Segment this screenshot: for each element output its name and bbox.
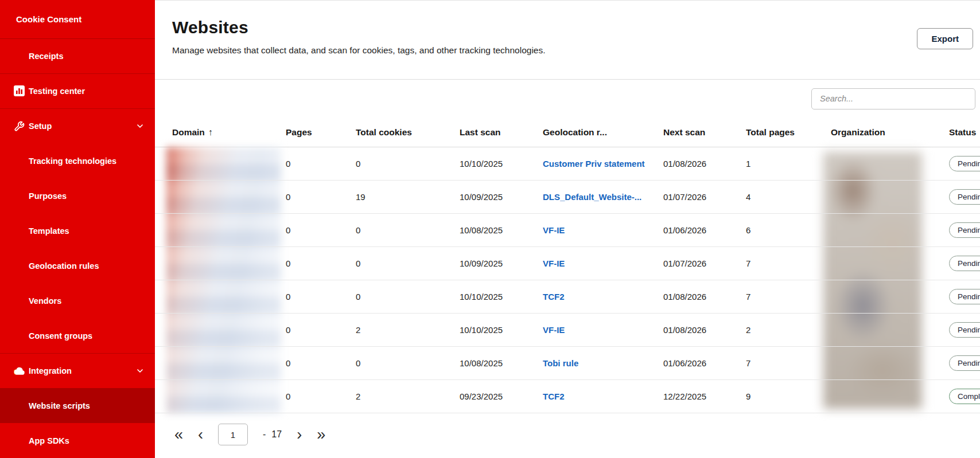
table-row[interactable]: 0 19 10/09/2025 DLS_Default_Website-... … — [155, 181, 980, 214]
last-scan-cell: 10/10/2025 — [460, 325, 543, 335]
total-cookies-cell: 0 — [356, 292, 460, 302]
column-header-geolocation-rule[interactable]: Geolocation r... — [543, 127, 663, 138]
pages-cell: 0 — [286, 392, 356, 401]
next-scan-cell: 01/07/2026 — [663, 192, 746, 202]
sidebar-item-app-sdks[interactable]: App SDKs — [0, 423, 155, 458]
sidebar-item-setup[interactable]: Setup — [0, 109, 155, 144]
column-header-total-pages[interactable]: Total pages — [746, 127, 831, 138]
last-scan-cell: 10/10/2025 — [460, 159, 543, 169]
geolocation-rule-link[interactable]: DLS_Default_Website-... — [543, 192, 663, 202]
geolocation-rule-link[interactable]: Tobi rule — [543, 358, 663, 368]
sidebar: Cookie Consent Receipts Testing center S… — [0, 0, 155, 458]
sidebar-item-label: Geolocation rules — [29, 261, 99, 271]
column-header-organization[interactable]: Organization — [831, 127, 949, 138]
total-cookies-cell: 2 — [356, 392, 460, 401]
pages-cell: 0 — [286, 325, 356, 335]
total-cookies-cell: 19 — [356, 192, 460, 202]
next-scan-cell: 12/22/2025 — [663, 392, 746, 401]
previous-page-icon[interactable]: ‹ — [198, 427, 203, 443]
status-badge: Pending — [949, 289, 980, 304]
status-badge: Pending — [949, 222, 980, 238]
pages-cell: 0 — [286, 225, 356, 235]
sidebar-item-vendors[interactable]: Vendors — [0, 283, 155, 318]
page-subtitle: Manage websites that collect data, and s… — [172, 45, 980, 56]
geolocation-rule-link[interactable]: TCF2 — [543, 392, 663, 401]
sidebar-item-label: Purposes — [29, 191, 67, 201]
table-row[interactable]: 0 0 10/08/2025 VF-IE 01/06/2026 6 Pendin… — [155, 214, 980, 247]
total-cookies-cell: 2 — [356, 325, 460, 335]
sidebar-item-label: Testing center — [29, 87, 85, 96]
table-body: 0 0 10/10/2025 Customer Priv statement 0… — [155, 147, 980, 413]
sidebar-item-geolocation-rules[interactable]: Geolocation rules — [0, 248, 155, 283]
status-badge: Completed — [949, 389, 980, 404]
sidebar-item-receipts[interactable]: Receipts — [0, 39, 155, 74]
table-row[interactable]: 0 0 10/10/2025 TCF2 01/08/2026 7 Pending — [155, 280, 980, 314]
total-pages-cell: 4 — [746, 192, 831, 202]
column-header-status[interactable]: Status — [949, 127, 980, 138]
geolocation-rule-link[interactable]: VF-IE — [543, 259, 663, 268]
last-scan-cell: 10/09/2025 — [460, 192, 543, 202]
total-cookies-cell: 0 — [356, 225, 460, 235]
table-header: Domain ↑ Pages Total cookies Last scan G… — [155, 118, 980, 147]
chevron-down-icon[interactable] — [135, 122, 145, 131]
pagination: « ‹ - 17 › » — [155, 413, 980, 445]
total-pages-cell: 7 — [746, 259, 831, 268]
first-page-icon[interactable]: « — [174, 427, 183, 443]
total-pages-cell: 7 — [746, 358, 831, 368]
next-scan-cell: 01/06/2026 — [663, 358, 746, 368]
geolocation-rule-link[interactable]: VF-IE — [543, 325, 663, 335]
sidebar-item-label: App SDKs — [29, 436, 69, 445]
sidebar-item-consent-groups[interactable]: Consent groups — [0, 318, 155, 353]
next-scan-cell: 01/08/2026 — [663, 325, 746, 335]
sidebar-item-label: Receipts — [29, 52, 63, 61]
last-scan-cell: 10/09/2025 — [460, 259, 543, 268]
sidebar-item-label: Vendors — [29, 296, 61, 306]
search-row — [155, 80, 980, 118]
sidebar-item-website-scripts[interactable]: Website scripts — [0, 388, 155, 423]
sidebar-item-integration[interactable]: Integration — [0, 353, 155, 388]
table-row[interactable]: 0 0 10/10/2025 Customer Priv statement 0… — [155, 147, 980, 181]
table-row[interactable]: 0 2 09/23/2025 TCF2 12/22/2025 9 Complet… — [155, 380, 980, 413]
next-scan-cell: 01/08/2026 — [663, 292, 746, 302]
next-page-icon[interactable]: › — [297, 427, 302, 443]
total-pages-cell: 9 — [746, 392, 831, 401]
sidebar-item-label: Setup — [29, 122, 52, 131]
page-title: Websites — [172, 18, 980, 37]
sidebar-item-testing-center[interactable]: Testing center — [0, 74, 155, 109]
page-number-input[interactable] — [218, 424, 248, 445]
table-row[interactable]: 0 0 10/09/2025 VF-IE 01/07/2026 7 Pendin… — [155, 247, 980, 280]
last-page-icon[interactable]: » — [317, 427, 325, 443]
sidebar-item-tracking-technologies[interactable]: Tracking technologies — [0, 144, 155, 179]
table-row[interactable]: 0 2 10/10/2025 VF-IE 01/08/2026 2 Pendin… — [155, 314, 980, 347]
last-scan-cell: 09/23/2025 — [460, 392, 543, 401]
sidebar-item-label: Tracking technologies — [29, 156, 116, 166]
pages-cell: 0 — [286, 358, 356, 368]
search-input[interactable] — [811, 88, 975, 109]
table-row[interactable]: 0 0 10/08/2025 Tobi rule 01/06/2026 7 Pe… — [155, 347, 980, 380]
chart-icon — [14, 85, 29, 96]
next-scan-cell: 01/07/2026 — [663, 259, 746, 268]
geolocation-rule-link[interactable]: VF-IE — [543, 225, 663, 235]
last-scan-cell: 10/08/2025 — [460, 225, 543, 235]
column-header-next-scan[interactable]: Next scan — [663, 127, 746, 138]
status-badge: Pending — [949, 256, 980, 271]
column-header-total-cookies[interactable]: Total cookies — [356, 127, 460, 138]
sidebar-item-templates[interactable]: Templates — [0, 214, 155, 249]
sidebar-item-label: Templates — [29, 226, 69, 236]
sort-ascending-icon[interactable]: ↑ — [208, 127, 213, 138]
wrench-icon — [14, 121, 29, 132]
page-range: - 17 — [263, 429, 282, 440]
chevron-down-icon[interactable] — [135, 366, 145, 375]
total-pages-cell: 2 — [746, 325, 831, 335]
geolocation-rule-link[interactable]: Customer Priv statement — [543, 159, 663, 169]
column-header-pages[interactable]: Pages — [286, 127, 356, 138]
export-button[interactable]: Export — [917, 28, 973, 49]
column-header-last-scan[interactable]: Last scan — [460, 127, 543, 138]
column-header-domain[interactable]: Domain ↑ — [172, 127, 286, 138]
sidebar-item-label: Consent groups — [29, 331, 92, 340]
sidebar-item-label: Website scripts — [29, 401, 90, 410]
geolocation-rule-link[interactable]: TCF2 — [543, 292, 663, 302]
sidebar-item-purposes[interactable]: Purposes — [0, 179, 155, 214]
total-pages-cell: 6 — [746, 225, 831, 235]
next-scan-cell: 01/08/2026 — [663, 159, 746, 169]
